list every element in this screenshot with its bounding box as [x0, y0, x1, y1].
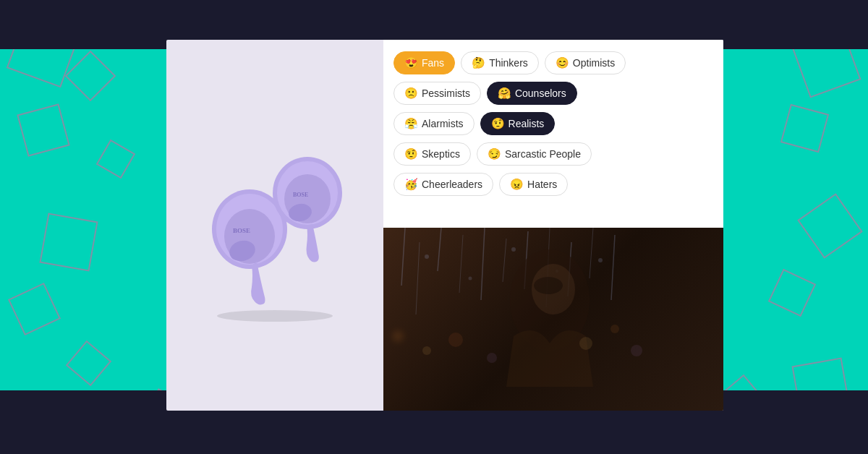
right-panel: 😍 Fans 🤔 Thinkers 😊 Optimists 🙁 Pessimis… — [383, 40, 723, 411]
tag-cheerleaders[interactable]: 🥳 Cheerleaders — [393, 173, 493, 196]
haters-emoji: 😠 — [510, 178, 524, 191]
fans-emoji: 😍 — [404, 56, 418, 69]
counselors-emoji: 🤗 — [498, 87, 511, 100]
skeptics-emoji: 🤨 — [404, 147, 418, 160]
svg-text:BOSE: BOSE — [233, 227, 250, 234]
alarmists-label: Alarmists — [422, 118, 464, 129]
tag-alarmists[interactable]: 😤 Alarmists — [393, 112, 475, 135]
skeptics-label: Skeptics — [422, 148, 460, 160]
thinkers-label: Thinkers — [489, 57, 528, 69]
earbuds-svg: BOSE BOSE — [188, 124, 362, 327]
tag-sarcastic[interactable]: 😏 Sarcastic People — [477, 142, 592, 166]
sarcastic-emoji: 😏 — [488, 147, 501, 160]
svg-point-31 — [422, 346, 431, 355]
tags-row-5: 🥳 Cheerleaders 😠 Haters — [393, 173, 713, 196]
svg-point-34 — [579, 337, 592, 350]
tags-row-3: 😤 Alarmists 🤨 Realists — [393, 112, 713, 135]
tag-haters[interactable]: 😠 Haters — [499, 173, 568, 196]
svg-line-21 — [611, 235, 615, 300]
optimists-label: Optimists — [573, 57, 615, 69]
svg-point-23 — [469, 277, 472, 280]
pessimists-emoji: 🙁 — [404, 87, 418, 100]
bottom-person-image — [383, 228, 723, 411]
main-container: BOSE BOSE — [166, 40, 723, 411]
svg-line-14 — [459, 235, 463, 293]
svg-point-36 — [631, 345, 642, 356]
tag-skeptics[interactable]: 🤨 Skeptics — [393, 142, 471, 166]
fans-label: Fans — [422, 57, 444, 69]
sarcastic-label: Sarcastic People — [505, 148, 581, 160]
haters-label: Haters — [527, 179, 557, 190]
realists-emoji: 🤨 — [491, 117, 505, 130]
svg-point-29 — [534, 277, 563, 294]
tag-counselors[interactable]: 🤗 Counselors — [487, 82, 577, 105]
tags-section: 😍 Fans 🤔 Thinkers 😊 Optimists 🙁 Pessimis… — [383, 40, 723, 228]
tags-row-4: 🤨 Skeptics 😏 Sarcastic People — [393, 142, 713, 166]
earbuds-panel: BOSE BOSE — [166, 40, 383, 411]
tag-pessimists[interactable]: 🙁 Pessimists — [393, 82, 481, 105]
svg-point-0 — [217, 310, 333, 322]
tag-fans[interactable]: 😍 Fans — [393, 51, 455, 74]
svg-point-24 — [511, 247, 516, 252]
svg-point-22 — [425, 254, 429, 259]
alarmists-emoji: 😤 — [404, 117, 418, 130]
svg-text:BOSE: BOSE — [293, 192, 308, 198]
svg-line-12 — [416, 242, 420, 314]
svg-point-33 — [487, 353, 497, 363]
deco-rect-5 — [39, 213, 98, 271]
tags-row-2: 🙁 Pessimists 🤗 Counselors — [393, 82, 713, 105]
pessimists-label: Pessimists — [422, 87, 470, 99]
optimists-emoji: 😊 — [556, 56, 569, 69]
svg-line-20 — [590, 228, 593, 278]
rain-svg — [383, 228, 723, 411]
thinkers-emoji: 🤔 — [472, 56, 485, 69]
cheerleaders-emoji: 🥳 — [404, 178, 418, 191]
svg-line-16 — [503, 239, 506, 282]
svg-point-32 — [448, 333, 463, 347]
realists-label: Realists — [509, 118, 545, 129]
svg-line-15 — [481, 228, 485, 300]
svg-point-26 — [598, 258, 603, 262]
tags-row-1: 😍 Fans 🤔 Thinkers 😊 Optimists — [393, 51, 713, 74]
svg-point-30 — [392, 330, 404, 342]
tag-thinkers[interactable]: 🤔 Thinkers — [461, 51, 539, 74]
svg-point-35 — [610, 325, 619, 333]
cheerleaders-label: Cheerleaders — [422, 179, 482, 190]
earbuds-image: BOSE BOSE — [188, 124, 362, 327]
svg-line-11 — [401, 228, 405, 286]
svg-line-13 — [438, 228, 441, 271]
tag-realists[interactable]: 🤨 Realists — [480, 112, 556, 135]
tag-optimists[interactable]: 😊 Optimists — [545, 51, 626, 74]
counselors-label: Counselors — [515, 87, 566, 99]
